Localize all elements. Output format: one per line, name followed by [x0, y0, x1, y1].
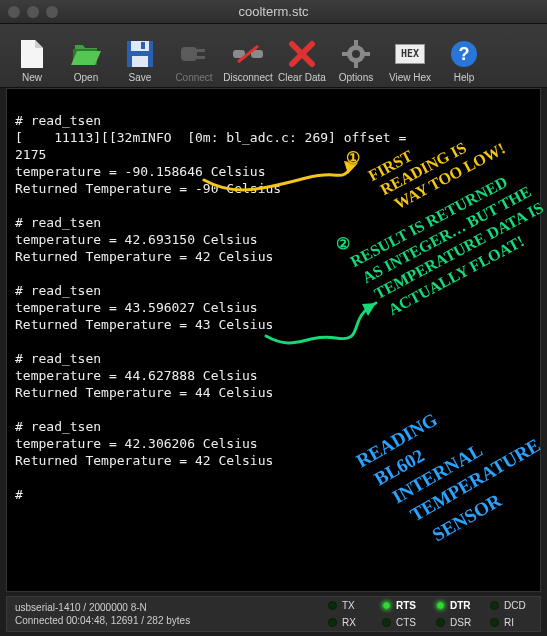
svg-rect-20	[354, 62, 358, 68]
led-dcd: DCD	[486, 597, 540, 614]
options-label: Options	[339, 72, 373, 83]
x-icon	[286, 38, 318, 70]
floppy-icon	[124, 38, 156, 70]
svg-text:?: ?	[459, 44, 470, 64]
status-leds: TX RTS DTR DCD RX CTS DSR RI	[324, 597, 540, 631]
led-tx: TX	[324, 597, 378, 614]
status-bar: usbserial-1410 / 2000000 8-N Connected 0…	[6, 596, 541, 632]
save-button[interactable]: Save	[114, 29, 166, 85]
svg-rect-22	[364, 52, 370, 56]
svg-rect-10	[197, 49, 205, 52]
open-label: Open	[74, 72, 98, 83]
plug-icon	[178, 38, 210, 70]
svg-rect-8	[141, 42, 145, 49]
svg-point-18	[352, 50, 360, 58]
svg-rect-9	[181, 47, 197, 61]
led-cts: CTS	[378, 614, 432, 631]
svg-rect-7	[132, 56, 148, 67]
window-controls	[8, 6, 58, 18]
window-title: coolterm.stc	[0, 4, 547, 19]
led-ri: RI	[486, 614, 540, 631]
gear-icon	[340, 38, 372, 70]
disconnect-icon	[232, 38, 264, 70]
help-icon: ?	[448, 38, 480, 70]
led-rts[interactable]: RTS	[378, 597, 432, 614]
disconnect-label: Disconnect	[223, 72, 272, 83]
svg-rect-11	[197, 56, 205, 59]
status-connection: Connected 00:04:48, 12691 / 282 bytes	[15, 615, 316, 626]
options-button[interactable]: Options	[330, 29, 382, 85]
clear-data-button[interactable]: Clear Data	[276, 29, 328, 85]
toolbar: New Open Save Connect Disconnect Clear D…	[0, 24, 547, 88]
clear-label: Clear Data	[278, 72, 326, 83]
svg-marker-0	[21, 40, 43, 68]
viewhex-label: View Hex	[389, 72, 431, 83]
disconnect-button[interactable]: Disconnect	[222, 29, 274, 85]
save-label: Save	[129, 72, 152, 83]
svg-rect-6	[131, 41, 149, 51]
close-window-button[interactable]	[8, 6, 20, 18]
status-port: usbserial-1410 / 2000000 8-N	[15, 602, 316, 613]
led-dsr: DSR	[432, 614, 486, 631]
folder-open-icon	[70, 38, 102, 70]
help-button[interactable]: ? Help	[438, 29, 490, 85]
svg-rect-19	[354, 40, 358, 46]
hex-icon: HEX	[394, 38, 426, 70]
file-icon	[16, 38, 48, 70]
connect-label: Connect	[175, 72, 212, 83]
new-button[interactable]: New	[6, 29, 58, 85]
led-rx: RX	[324, 614, 378, 631]
view-hex-button[interactable]: HEX View Hex	[384, 29, 436, 85]
svg-marker-1	[35, 40, 43, 48]
open-button[interactable]: Open	[60, 29, 112, 85]
svg-marker-3	[75, 45, 97, 49]
connect-button: Connect	[168, 29, 220, 85]
terminal-output[interactable]: # read_tsen [ 11113][[32mINFO [0m: bl_ad…	[6, 88, 541, 592]
led-dtr[interactable]: DTR	[432, 597, 486, 614]
minimize-window-button[interactable]	[27, 6, 39, 18]
zoom-window-button[interactable]	[46, 6, 58, 18]
svg-rect-21	[342, 52, 348, 56]
help-label: Help	[454, 72, 475, 83]
titlebar: coolterm.stc	[0, 0, 547, 24]
new-label: New	[22, 72, 42, 83]
